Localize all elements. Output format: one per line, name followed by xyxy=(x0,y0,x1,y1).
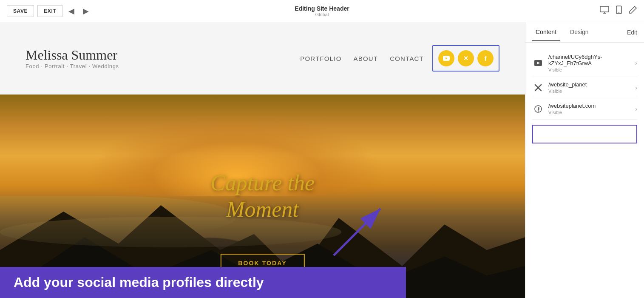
facebook-icon xyxy=(532,103,544,115)
facebook-item[interactable]: /websiteplanet.com Visible › xyxy=(532,98,637,120)
main-area: Melissa Summer Food · Portrait · Travel … xyxy=(0,22,644,298)
x-item-info: /website_planet Visible xyxy=(548,81,635,94)
panel-content: /channel/UCy6dghYs-kZYxJ_Fh7tGrwA Visibl… xyxy=(525,43,644,298)
svg-rect-0 xyxy=(600,6,609,12)
bottom-banner: Add your social media profiles directly xyxy=(0,267,406,298)
toolbar-subtitle: Global xyxy=(295,12,349,17)
x-arrow-icon: › xyxy=(635,84,637,91)
right-panel: Content Design Edit /channel/UCy6dghYs-k… xyxy=(525,22,644,298)
toolbar-right xyxy=(600,6,637,16)
edit-button[interactable]: Edit xyxy=(627,29,637,36)
youtube-item-info: /channel/UCy6dghYs-kZYxJ_Fh7tGrwA Visibl… xyxy=(548,54,635,72)
x-url: /website_planet xyxy=(548,81,635,88)
nav-portfolio[interactable]: PORTFOLIO xyxy=(300,55,341,62)
site-nav: PORTFOLIO ABOUT CONTACT xyxy=(300,55,424,62)
x-status: Visible xyxy=(548,89,635,94)
youtube-status: Visible xyxy=(548,67,635,72)
facebook-social-button[interactable]: f xyxy=(477,50,494,66)
toolbar-title: Editing Site Header xyxy=(295,5,349,12)
edit-mode-button[interactable] xyxy=(629,6,637,16)
social-icons-group: ✕ f xyxy=(432,45,499,72)
svg-point-4 xyxy=(618,12,619,13)
preview-area: Melissa Summer Food · Portrait · Travel … xyxy=(0,22,525,298)
banner-text: Add your social media profiles directly xyxy=(14,275,264,290)
hero-title: Capture theMoment xyxy=(210,170,315,223)
panel-tabs: Content Design Edit xyxy=(525,22,644,43)
nav-about[interactable]: ABOUT xyxy=(354,55,378,62)
exit-button[interactable]: EXIT xyxy=(37,5,62,17)
youtube-icon xyxy=(532,57,544,69)
nav-contact[interactable]: CONTACT xyxy=(390,55,424,62)
add-social-input[interactable] xyxy=(532,125,637,143)
facebook-url: /websiteplanet.com xyxy=(548,103,635,109)
save-button[interactable]: SAVE xyxy=(7,5,34,17)
facebook-status: Visible xyxy=(548,110,635,115)
tab-content[interactable]: Content xyxy=(532,23,560,41)
logo-name: Melissa Summer xyxy=(26,47,300,63)
site-logo: Melissa Summer Food · Portrait · Travel … xyxy=(26,47,300,69)
logo-subtitle: Food · Portrait · Travel · Weddings xyxy=(26,63,300,69)
x-item[interactable]: /website_planet Visible › xyxy=(532,77,637,98)
tab-design[interactable]: Design xyxy=(567,23,592,41)
youtube-url: /channel/UCy6dghYs-kZYxJ_Fh7tGrwA xyxy=(548,54,635,66)
toolbar: SAVE EXIT ◀ ▶ Editing Site Header Global xyxy=(0,0,644,22)
x-icon xyxy=(532,82,544,94)
facebook-arrow-icon: › xyxy=(635,106,637,112)
youtube-arrow-icon: › xyxy=(635,60,637,66)
toolbar-left: SAVE EXIT ◀ ▶ xyxy=(7,5,91,17)
youtube-item[interactable]: /channel/UCy6dghYs-kZYxJ_Fh7tGrwA Visibl… xyxy=(532,49,637,77)
x-social-button[interactable]: ✕ xyxy=(458,50,474,66)
desktop-view-button[interactable] xyxy=(600,6,609,16)
facebook-item-info: /websiteplanet.com Visible xyxy=(548,103,635,115)
toolbar-center: Editing Site Header Global xyxy=(295,5,349,17)
redo-button[interactable]: ▶ xyxy=(80,5,91,17)
undo-button[interactable]: ◀ xyxy=(66,5,77,17)
site-header: Melissa Summer Food · Portrait · Travel … xyxy=(0,22,525,95)
mobile-view-button[interactable] xyxy=(616,6,622,16)
youtube-social-button[interactable] xyxy=(438,50,454,66)
